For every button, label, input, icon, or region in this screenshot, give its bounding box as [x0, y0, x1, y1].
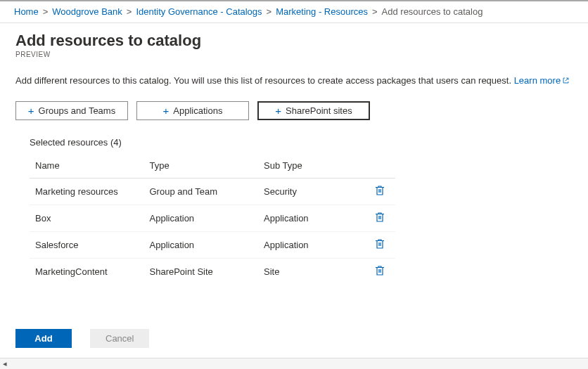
chevron-left-icon: ◂	[3, 359, 7, 368]
chevron-icon: >	[43, 6, 49, 17]
breadcrumb-link[interactable]: Woodgrove Bank	[52, 6, 122, 17]
trash-icon[interactable]	[375, 238, 385, 250]
scrollbar-horizontal[interactable]: ◂	[0, 358, 588, 369]
breadcrumb-link[interactable]: Home	[14, 6, 39, 17]
plus-icon: +	[275, 105, 281, 116]
groups-and-teams-button[interactable]: + Groups and Teams	[15, 101, 128, 120]
selected-resources-heading: Selected resources (4)	[30, 137, 573, 148]
resource-type-buttons: + Groups and Teams + Applications + Shar…	[15, 101, 573, 120]
plus-icon: +	[163, 105, 170, 116]
cell-subtype: Application	[258, 205, 365, 232]
cell-type: Application	[144, 232, 259, 259]
chevron-icon: >	[267, 6, 272, 17]
footer-actions: Add Cancel	[15, 329, 149, 348]
chevron-icon: >	[372, 6, 378, 17]
cell-name: MarketingContent	[30, 259, 144, 285]
cancel-button[interactable]: Cancel	[90, 329, 149, 348]
page-title: Add resources to catalog	[15, 32, 573, 50]
cell-type: SharePoint Site	[144, 259, 259, 285]
cell-name: Marketing resources	[30, 179, 144, 205]
sharepoint-sites-button[interactable]: + SharePoint sites	[257, 101, 370, 120]
cell-subtype: Site	[258, 259, 365, 285]
selected-resources-table: Name Type Sub Type Marketing resources G…	[30, 155, 395, 285]
chevron-icon: >	[127, 6, 132, 17]
column-header-name[interactable]: Name	[30, 155, 144, 179]
trash-icon[interactable]	[375, 212, 385, 223]
breadcrumb-current: Add resources to catalog	[382, 6, 483, 17]
cell-subtype: Security	[258, 179, 365, 205]
plus-icon: +	[28, 105, 34, 116]
add-button[interactable]: Add	[15, 329, 72, 348]
table-row: Box Application Application	[30, 205, 395, 232]
trash-icon[interactable]	[375, 265, 385, 276]
breadcrumb-link[interactable]: Identity Governance - Catalogs	[136, 6, 262, 17]
trash-icon[interactable]	[375, 185, 385, 196]
cell-type: Application	[144, 205, 259, 232]
preview-badge: PREVIEW	[15, 51, 573, 58]
cell-type: Group and Team	[144, 179, 259, 205]
column-header-subtype[interactable]: Sub Type	[258, 155, 365, 179]
learn-more-link[interactable]: Learn more	[514, 75, 570, 86]
table-row: Marketing resources Group and Team Secur…	[30, 179, 395, 205]
column-header-type[interactable]: Type	[144, 155, 259, 179]
table-row: MarketingContent SharePoint Site Site	[30, 259, 395, 285]
cell-name: Salesforce	[30, 232, 144, 259]
breadcrumb-link[interactable]: Marketing - Resources	[276, 6, 368, 17]
table-row: Salesforce Application Application	[30, 232, 395, 259]
cell-name: Box	[30, 205, 144, 232]
applications-button[interactable]: + Applications	[136, 101, 249, 120]
external-link-icon	[562, 77, 570, 84]
cell-subtype: Application	[258, 232, 365, 259]
breadcrumb: Home > Woodgrove Bank > Identity Governa…	[0, 1, 588, 23]
page-description: Add different resources to this catalog.…	[15, 75, 573, 86]
